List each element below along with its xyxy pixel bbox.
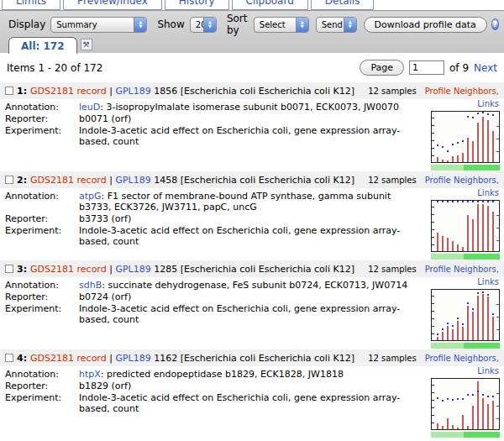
gpl-platform-link[interactable]: GPL189 (115, 264, 150, 275)
samples-count: 12 samples (368, 87, 416, 96)
profile-thumbnail[interactable] (431, 111, 500, 171)
record-title: GDS2181 record | GPL189 1285 [Escherichi… (30, 264, 368, 275)
experiment-label: Experiment: (5, 303, 79, 325)
title-separator: | (109, 86, 113, 97)
annotation-label: Annotation: (5, 191, 79, 213)
title-separator: | (109, 175, 113, 186)
profile-neighbors-link[interactable]: Profile Neighbors, (425, 354, 499, 363)
tab-preview-index[interactable]: Preview/Index (63, 0, 162, 10)
links-link[interactable]: Links (477, 99, 499, 108)
quality-bar (431, 432, 500, 438)
tab-limits[interactable]: Limits (2, 0, 60, 10)
display-select[interactable]: Summary ▲▼ (50, 17, 147, 33)
gene-symbol-link[interactable]: leuD (79, 102, 100, 113)
next-page-link[interactable]: Next (474, 62, 497, 74)
quality-bar-right (464, 254, 500, 260)
record-title-rest: 1162 [Escherichia coli Escherichia coli … (154, 353, 354, 364)
select-stepper-icon: ▲▼ (134, 18, 146, 32)
annotation-text: : succinate dehydrogenase, FeS subunit b… (102, 280, 407, 291)
links-link[interactable]: Links (477, 277, 499, 286)
quality-bar-right (464, 432, 500, 438)
gds-record-link[interactable]: GDS2181 record (30, 264, 107, 275)
profile-neighbors-link[interactable]: Profile Neighbors, (425, 176, 499, 185)
help-icon[interactable]: ? (491, 18, 499, 30)
quality-bar-left (431, 254, 464, 260)
tab-details[interactable]: Details (311, 0, 375, 10)
annotation-value: sdhB: succinate dehydrogenase, FeS subun… (79, 280, 415, 291)
annotation-label: Annotation: (5, 102, 79, 113)
page-button[interactable]: Page (360, 60, 404, 76)
record-header: 4: GDS2181 record | GPL189 1162 [Escheri… (0, 349, 504, 366)
gene-symbol-link[interactable]: atpG (79, 191, 102, 202)
record-title: GDS2181 record | GPL189 1856 [Escherichi… (30, 86, 368, 97)
profile-chart (431, 289, 500, 341)
reporter-value: b0071 (orf) (79, 113, 415, 124)
annotation-text: : predicted endopeptidase b1829, ECK1828… (101, 369, 344, 380)
gene-symbol-link[interactable]: htpX (79, 369, 101, 380)
show-select[interactable]: 20 ▲▼ (190, 17, 217, 33)
send-to-select[interactable]: Send to ▲▼ (316, 17, 357, 33)
tab-history[interactable]: History (165, 0, 229, 10)
annotation-value: leuD: 3-isopropylmalate isomerase subuni… (79, 102, 415, 113)
experiment-label: Experiment: (5, 125, 79, 147)
tab-clipboard[interactable]: Clipboard (232, 0, 308, 10)
reporter-value: b1829 (orf) (79, 381, 415, 391)
reporter-label: Reporter: (5, 291, 79, 302)
record-number: 3: (17, 264, 27, 275)
record-item: 3: GDS2181 record | GPL189 1285 [Escheri… (0, 260, 504, 344)
links-link[interactable]: Links (477, 366, 499, 375)
sort-select[interactable]: Select ▲▼ (254, 17, 309, 33)
page-number-input[interactable] (409, 60, 444, 75)
record-body: Links Annotation: atpG: F1 sector of mem… (0, 188, 504, 247)
profile-thumbnail[interactable] (431, 289, 500, 349)
select-stepper-icon: ▲▼ (344, 18, 356, 32)
record-header: 3: GDS2181 record | GPL189 1285 [Escheri… (0, 260, 504, 277)
gpl-platform-link[interactable]: GPL189 (115, 86, 150, 97)
quality-bar-left (431, 343, 464, 349)
reporter-label: Reporter: (5, 381, 79, 391)
record-item: 2: GDS2181 record | GPL189 1458 [Escheri… (0, 171, 504, 255)
annotation-value: atpG: F1 sector of membrane-bound ATP sy… (79, 191, 415, 213)
samples-count: 12 samples (368, 176, 416, 185)
annotation-text: : 3-isopropylmalate isomerase subunit b0… (100, 102, 399, 113)
profile-chart (431, 200, 500, 252)
record-item: 1: GDS2181 record | GPL189 1856 [Escheri… (0, 82, 504, 166)
record-number: 4: (17, 353, 27, 364)
gds-record-link[interactable]: GDS2181 record (30, 175, 107, 186)
select-stepper-icon: ▲▼ (296, 18, 308, 32)
gds-record-link[interactable]: GDS2181 record (30, 86, 107, 97)
title-separator: | (109, 353, 113, 364)
profile-neighbors-link[interactable]: Profile Neighbors, (425, 265, 499, 274)
sort-by-label: Sort by (227, 13, 249, 36)
reporter-value: b3733 (orf) (79, 213, 415, 224)
quality-bar-right (464, 343, 500, 349)
record-body: Links Annotation: sdhB: succinate dehydr… (0, 277, 504, 325)
quality-bar-left (431, 165, 464, 171)
samples-count: 12 samples (368, 354, 416, 363)
record-header: 1: GDS2181 record | GPL189 1856 [Escheri… (0, 82, 504, 99)
record-checkbox[interactable] (5, 354, 13, 362)
profile-neighbors-link[interactable]: Profile Neighbors, (425, 87, 499, 96)
samples-count: 12 samples (368, 265, 416, 274)
record-number: 2: (17, 175, 27, 186)
download-profile-data-button[interactable]: Download profile data (364, 17, 487, 33)
gds-record-link[interactable]: GDS2181 record (30, 353, 107, 364)
results-list: 1: GDS2181 record | GPL189 1856 [Escheri… (0, 82, 504, 433)
record-checkbox[interactable] (5, 176, 13, 184)
display-label: Display (8, 18, 45, 30)
gpl-platform-link[interactable]: GPL189 (115, 175, 150, 186)
profile-thumbnail[interactable] (431, 378, 500, 438)
tab-all-results[interactable]: All: 172 (8, 37, 77, 54)
links-link[interactable]: Links (477, 188, 499, 197)
profile-chart (431, 111, 500, 163)
record-checkbox[interactable] (5, 87, 13, 95)
customize-tools-icon[interactable]: ⚒ (81, 39, 92, 50)
profile-thumbnail[interactable] (431, 200, 500, 260)
gene-symbol-link[interactable]: sdhB (79, 280, 102, 291)
gpl-platform-link[interactable]: GPL189 (115, 353, 150, 364)
annotation-text: : F1 sector of membrane-bound ATP syntha… (79, 191, 391, 213)
quality-bar (431, 165, 500, 171)
record-checkbox[interactable] (5, 265, 13, 273)
show-label: Show (157, 18, 184, 30)
top-tab-strip: LimitsPreview/IndexHistoryClipboardDetai… (0, 0, 504, 10)
